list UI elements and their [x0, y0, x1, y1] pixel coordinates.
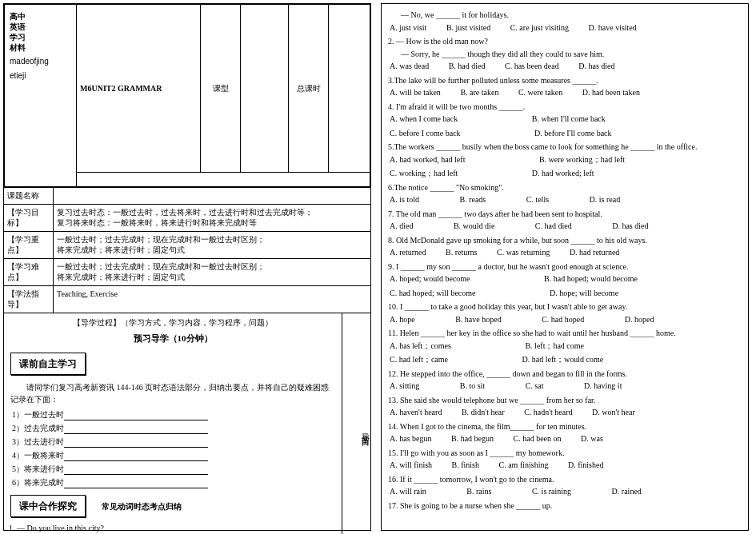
keypoint-text: 一般过去时；过去完成时；现在完成时和一般过去时区别； 将来完成时；将来进行时；固…: [54, 232, 370, 258]
q15-a: A. will finish: [390, 460, 432, 472]
method-row: 【学法指导】 Teaching, Exercise: [4, 285, 370, 313]
difficulty-row: 【学习难点】 一般过去时；过去完成时；现在完成时和一般过去时区别； 将来完成时；…: [4, 258, 370, 285]
q8-b: B. returns: [446, 247, 477, 259]
list-item-4: 4）一般将来时: [12, 449, 337, 461]
q2-d: D. has died: [578, 61, 614, 73]
q2-c: C. has been dead: [505, 61, 559, 73]
q3-c: C. were taken: [518, 87, 562, 99]
q16: 16. If it ______ tomorrow, I won't go to…: [388, 474, 742, 486]
keypoint-row: 【学习重点】 一般过去时；过去完成时；现在完成时和一般过去时区别； 将来完成时；…: [4, 231, 370, 258]
q2-line1: 2. — How is the old man now?: [388, 36, 742, 48]
summary-title: 常见动词时态考点归纳: [102, 500, 182, 512]
coop-box: 课中合作探究: [10, 495, 86, 517]
q8: 8. Old McDonald gave up smoking for a wh…: [388, 235, 742, 247]
preview-title: 预习导学（10分钟）: [9, 332, 337, 345]
blank-4: [64, 460, 208, 461]
title-line-4: 材料: [10, 42, 71, 53]
q5-d: D. had worked; left: [532, 168, 594, 180]
q15-c: C. am finishing: [499, 460, 549, 472]
q6-d: D. is read: [590, 194, 621, 206]
q2-line2: — Sorry, he ______ though they did all t…: [401, 49, 742, 61]
title-sub-2: etieji: [10, 70, 71, 82]
q5-c: C. working；had left: [390, 168, 458, 180]
q11-d: D. had left；would come: [522, 354, 604, 366]
blank-2: [64, 433, 208, 434]
total-periods-value: [329, 5, 370, 173]
q7-d: D. has died: [612, 221, 648, 233]
title-line-1: 高中: [10, 11, 71, 22]
q12-d: D. having it: [584, 381, 622, 393]
q9-c: C. had hoped; will become: [390, 288, 475, 300]
item-4-label: 4）一般将来时: [12, 451, 64, 460]
keypoint-label: 【学习重点】: [4, 232, 54, 258]
q7-a: A. died: [390, 221, 413, 233]
question-1-left: 1. — Do you live in this city?: [9, 523, 337, 534]
q10: 10. I ______ to take a good holiday this…: [388, 301, 742, 313]
topic-value: [54, 188, 370, 204]
q1-cont: — No, we ______ it for holidays.: [401, 10, 742, 22]
difficulty-text: 一般过去时；过去完成时；现在完成时和一般过去时区别； 将来完成时；将来进行时；固…: [54, 259, 370, 285]
q14-d: D. was: [581, 433, 603, 445]
intro-text: 请同学们复习高考新资讯 144-146 页时态语法部分，归纳出要点，并将自己的疑…: [10, 381, 337, 405]
q9-b: B. had hoped; would become: [544, 273, 638, 285]
q15: 15. I'll go with you as soon as I ______…: [388, 448, 742, 460]
q6-b: B. reads: [459, 194, 486, 206]
q8-c: C. was returning: [497, 247, 550, 259]
q5-opts-2: C. working；had left D. had worked; left: [390, 168, 742, 180]
q14-a: A. has begun: [390, 433, 432, 445]
q13-opts: A. haven't heard B. didn't hear C. hadn'…: [390, 407, 742, 419]
unit-cell: M6UNIT2 GRAMMAR: [77, 5, 201, 173]
title-line-2: 英语: [10, 22, 71, 32]
blank-5: [64, 474, 208, 475]
lesson-type-label: 课型: [201, 5, 241, 173]
q3-b: B. are taken: [460, 87, 498, 99]
q11-opts-1: A. has left；comes B. left；had come: [390, 341, 742, 353]
q15-opts: A. will finish B. finish C. am finishing…: [390, 460, 742, 472]
topic-row: 课题名称: [4, 187, 370, 204]
q13: 13. She said she would telephone but we …: [388, 395, 742, 407]
item-6-label: 6）将来完成时: [12, 478, 64, 487]
q7: 7. The old man ______ two days after he …: [388, 209, 742, 221]
guide-main: 【导学过程】（学习方式，学习内容，学习程序，问题） 预习导学（10分钟） 课前自…: [4, 313, 342, 535]
q9-a: A. hoped; would become: [390, 273, 470, 285]
objective-row: 【学习目标】 复习过去时态：一般过去时，过去将来时，过去进行时和过去完成时等； …: [4, 204, 370, 231]
blank-6: [64, 488, 208, 488]
q11: 11. Helen ______ her key in the office s…: [388, 328, 742, 340]
pre-study-box: 课前自主学习: [10, 353, 86, 375]
q6-c: C. tells: [526, 194, 549, 206]
document-title-cell: 高中 英语 学习 材料 madeofjing etieji: [5, 5, 77, 187]
title-sub-1: madeofjing: [10, 56, 71, 67]
q16-a: A. will rain: [390, 486, 426, 498]
q12-opts: A. sitting B. to sit C. sat D. having it: [390, 381, 742, 393]
q17: 17. She is going to be a nurse when she …: [388, 500, 742, 512]
q11-c: C. had left；came: [390, 354, 448, 366]
item-5-label: 5）将来进行时: [12, 464, 64, 473]
q1-opts: A. just visit B. just visited C. are jus…: [390, 22, 742, 34]
blank-1: [64, 420, 208, 420]
q4-d: D. before I'll come back: [534, 128, 611, 140]
q5: 5.The workers ______ busily when the bos…: [388, 141, 742, 153]
q1-b: B. just visited: [446, 22, 490, 34]
q10-opts: A. hope B. have hoped C. had hoped D. ho…: [390, 314, 742, 326]
q12-c: C. sat: [526, 381, 544, 393]
q4-opts-1: A. when I come back B. when I'll come ba…: [390, 114, 742, 126]
q10-a: A. hope: [390, 314, 415, 326]
q7-c: C. had died: [535, 221, 572, 233]
q2-b: B. had died: [449, 61, 486, 73]
q13-d: D. won't hear: [592, 407, 635, 419]
q11-opts-2: C. had left；came D. had left；would come: [390, 354, 742, 366]
objective-text: 复习过去时态：一般过去时，过去将来时，过去进行时和过去完成时等； 复习将来时态：…: [54, 205, 370, 231]
difficulty-label: 【学习难点】: [4, 259, 54, 285]
q13-c: C. hadn't heard: [524, 407, 572, 419]
q15-b: B. finish: [452, 460, 479, 472]
q4-a: A. when I come back: [390, 114, 458, 126]
q3-d: D. had been taken: [582, 87, 640, 99]
q7-opts: A. died B. would die C. had died D. has …: [390, 221, 742, 233]
left-column: 高中 英语 学习 材料 madeofjing etieji M6UNIT2 GR…: [3, 3, 371, 531]
q10-d: D. hoped: [625, 314, 654, 326]
q1-a: A. just visit: [390, 22, 426, 34]
page: 高中 英语 学习 材料 madeofjing etieji M6UNIT2 GR…: [0, 0, 756, 534]
q4: 4. I'm afraid it will be two months ____…: [388, 102, 742, 114]
q16-opts: A. will rain B. rains C. is raining D. r…: [390, 486, 742, 498]
q9-d: D. hope; will become: [550, 288, 618, 300]
